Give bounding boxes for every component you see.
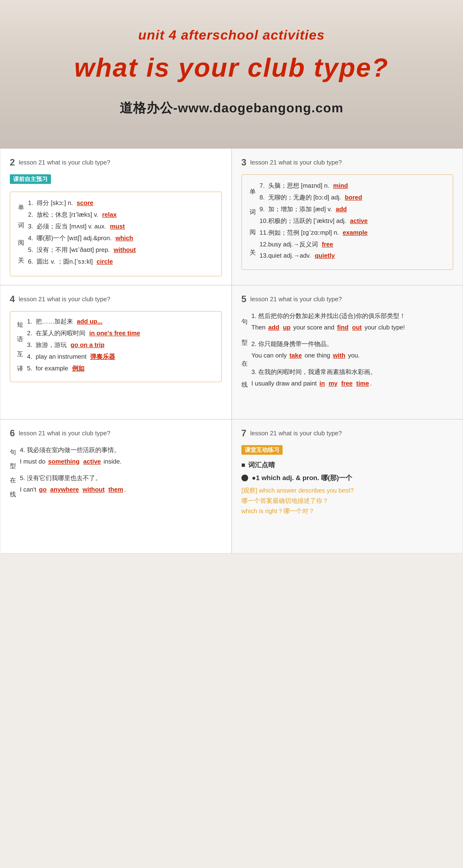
sentence-5-2: 2. 你只能随身携带一件物品。 You can only take one th… — [252, 339, 454, 360]
side-label-短: 短 — [17, 319, 23, 330]
slide-5-sentences: 1. 然后把你的分数加起来并找出(适合)你的俱乐部类型！ Then add up… — [252, 311, 454, 395]
slide-4-number: 4 — [10, 294, 15, 304]
side-label-句: 句 — [241, 316, 247, 327]
slide-3-number: 3 — [241, 157, 246, 167]
slide-4: 4 lesson 21 what is your club type? 短 语 … — [0, 285, 232, 419]
slide-6: 6 lesson 21 what is your club type? 句 型 … — [0, 419, 232, 553]
side-label-语: 语 — [17, 334, 23, 345]
slide-2-vocab-items: 1. 得分 [skɔː] n. score 2. 放松；休息 [rɪˈlæks]… — [28, 199, 214, 269]
side-label-关2: 关 — [250, 247, 256, 258]
side-label-在2: 在 — [10, 474, 16, 486]
word-point-header: ■ 词汇点晴 — [241, 461, 454, 470]
slide-2-lesson: lesson 21 what is your club type? — [19, 159, 110, 166]
observe-en: which answer describes you best? — [259, 487, 354, 494]
word-point-label: ■ — [241, 461, 245, 469]
phrase-item-4: 4. play an instrument 弹奏乐器 — [27, 352, 214, 361]
side-label-译: 译 — [17, 363, 23, 374]
word-point-title: 词汇点晴 — [248, 461, 275, 470]
phrase-item-1: 1. 把……加起来 add up... — [27, 317, 214, 326]
observe-cn: 哪一个答案最确切地描述了你？ — [241, 497, 454, 505]
observe-en2: which is right？哪一个对？ — [241, 507, 454, 515]
slide-2-vocab-layout: 单 词 阅 关 1. 得分 [skɔː] n. score 2. 放松；休息 [… — [18, 199, 214, 269]
slide-2-side-labels: 单 词 阅 关 — [18, 199, 24, 269]
slide-6-side-labels: 句 型 在 线 — [10, 445, 16, 501]
observe-label: [观察] which answer describes you best? — [241, 486, 454, 495]
vocab-item-3: 3. 必须；应当 [mʌst] v. aux. must — [28, 222, 214, 230]
slide-2-header: 2 lesson 21 what is your club type? — [10, 157, 222, 167]
hero-brand: 道格办公-www.daogebangong.com — [120, 99, 343, 117]
slide-2-number: 2 — [10, 157, 15, 167]
slide-6-header: 6 lesson 21 what is your club type? — [10, 428, 222, 438]
slide-3-vocab-items: 7. 头脑；思想 [maɪnd] n. mind 8. 无聊的；无趣的 [bɔː… — [260, 182, 445, 263]
slide-4-side-labels: 短 语 互 译 — [17, 317, 23, 376]
side-label-阅: 阅 — [18, 237, 24, 248]
slide-4-layout: 短 语 互 译 1. 把……加起来 add up... 2. 在某人的闲暇时间 … — [17, 317, 214, 376]
slide-3-lesson: lesson 21 what is your club type? — [250, 159, 342, 166]
side-label-型2: 型 — [10, 461, 16, 472]
side-label-型: 型 — [241, 337, 247, 348]
side-label-关: 关 — [18, 255, 24, 266]
bullet-icon — [241, 474, 248, 481]
vocab-item-7: 7. 头脑；思想 [maɪnd] n. mind — [260, 182, 445, 190]
slide-7-badge: 课堂互动练习 — [241, 445, 283, 455]
vocab-item-12: 12. busy adj.→反义词 free — [260, 240, 445, 249]
slide-3-vocab-box: 单 词 阅 关 7. 头脑；思想 [maɪnd] n. mind 8. 无聊的；… — [241, 174, 454, 270]
slide-5-number: 5 — [241, 294, 246, 304]
slide-2-vocab-box: 单 词 阅 关 1. 得分 [skɔː] n. score 2. 放松；休息 [… — [10, 191, 222, 276]
side-label-单2: 单 — [250, 186, 256, 197]
sentence-5-3: 3. 在我的闲暇时间，我通常画素描和水彩画。 I usually draw an… — [252, 367, 454, 389]
slide-4-phrase-items: 1. 把……加起来 add up... 2. 在某人的闲暇时间 in one's… — [27, 317, 214, 376]
slide-5: 5 lesson 21 what is your club type? 句 型 … — [232, 285, 463, 419]
vocab-item-10: 10. 积极的；活跃的 [ˈæktɪv] adj. active — [260, 217, 445, 225]
side-label-线: 线 — [241, 379, 247, 390]
side-label-词2: 词 — [250, 207, 256, 218]
slide-7-header: 7 lesson 21 what is your club type? — [241, 428, 454, 438]
slide-5-side-labels: 句 型 在 线 — [241, 311, 247, 395]
slide-7: 7 lesson 21 what is your club type? 课堂互动… — [232, 419, 463, 553]
vocab-item-13: 13. quiet adj.→adv. quietly — [260, 252, 445, 259]
slide-7-lesson: lesson 21 what is your club type? — [250, 430, 342, 437]
vocab-item-8: 8. 无聊的；无趣的 [bɔːd] adj. bored — [260, 193, 445, 202]
side-label-互: 互 — [17, 348, 23, 360]
slide-2-badge: 课前自主预习 — [10, 174, 51, 184]
vocab-item-9: 9. 加；增加；添加 [æd] v. add — [260, 205, 445, 213]
vocab-item-11: 11. 例如；范例 [ɪɡˈzɑːmpl] n. example — [260, 228, 445, 237]
sentence-6-5: 5. 没有它们我哪里也去不了。 I can't go anywhere with… — [20, 473, 222, 494]
hero-subtitle: unit 4 afterschool activities — [138, 27, 325, 42]
vocab-item-2: 2. 放松；休息 [rɪˈlæks] v. relax — [28, 211, 214, 219]
slide-7-number: 7 — [241, 428, 246, 438]
word-entry-row: ●1 which adj. & pron. 哪(那)一个 — [241, 473, 454, 483]
sentence-5-1: 1. 然后把你的分数加起来并找出(适合)你的俱乐部类型！ Then add up… — [252, 311, 454, 332]
slide-6-layout: 句 型 在 线 4. 我必须在室内做一些活跃的事情。 I must do som… — [10, 445, 222, 501]
slides-grid: 2 lesson 21 what is your club type? 课前自主… — [0, 149, 463, 553]
slide-6-number: 6 — [10, 428, 15, 438]
slide-6-lesson: lesson 21 what is your club type? — [19, 430, 110, 437]
slide-3: 3 lesson 21 what is your club type? 单 词 … — [232, 149, 463, 285]
hero-title: what is your club type? — [74, 52, 389, 83]
side-label-词: 词 — [18, 220, 24, 231]
phrase-item-3: 3. 旅游，游玩 go on a trip — [27, 341, 214, 349]
slide-4-header: 4 lesson 21 what is your club type? — [10, 294, 222, 304]
slide-4-phrase-box: 短 语 互 译 1. 把……加起来 add up... 2. 在某人的闲暇时间 … — [10, 311, 222, 382]
vocab-item-5: 5. 没有；不用 [wɪˈðaʊt] prep. without — [28, 246, 214, 254]
vocab-item-4: 4. 哪(那)一个 [wɪtʃ] adj.&pron. which — [28, 234, 214, 242]
phrase-item-5: 5. for example 例如 — [27, 364, 214, 373]
sentence-6-4: 4. 我必须在室内做一些活跃的事情。 I must do something a… — [20, 445, 222, 466]
side-label-单: 单 — [18, 202, 24, 213]
hero-section: unit 4 afterschool activities what is yo… — [0, 0, 463, 149]
slide-7-word-point: ■ 词汇点晴 ●1 which adj. & pron. 哪(那)一个 [观察]… — [241, 461, 454, 515]
slide-2: 2 lesson 21 what is your club type? 课前自主… — [0, 149, 232, 285]
slide-5-lesson: lesson 21 what is your club type? — [250, 296, 342, 303]
phrase-item-2: 2. 在某人的闲暇时间 in one's free time — [27, 329, 214, 337]
side-label-线2: 线 — [10, 489, 16, 500]
slide-3-side-labels: 单 词 阅 关 — [250, 182, 256, 263]
word-entry: ●1 which adj. & pron. 哪(那)一个 — [252, 473, 353, 483]
side-label-阅2: 阅 — [250, 226, 256, 238]
vocab-item-1: 1. 得分 [skɔː] n. score — [28, 199, 214, 207]
side-label-句2: 句 — [10, 446, 16, 458]
vocab-item-6: 6. 圆出 v. ；圆n.[ˈsɜːkl] circle — [28, 257, 214, 266]
slide-5-header: 5 lesson 21 what is your club type? — [241, 294, 454, 304]
side-label-在: 在 — [241, 358, 247, 369]
slide-5-layout: 句 型 在 线 1. 然后把你的分数加起来并找出(适合)你的俱乐部类型！ The… — [241, 311, 454, 395]
slide-3-vocab-layout: 单 词 阅 关 7. 头脑；思想 [maɪnd] n. mind 8. 无聊的；… — [250, 182, 445, 263]
